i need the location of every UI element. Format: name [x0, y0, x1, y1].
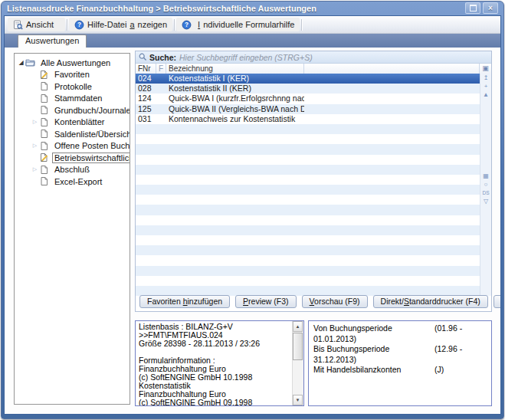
label-post: inzufügen	[188, 297, 223, 306]
expander-collapsed-icon[interactable]: ▷	[31, 143, 39, 149]
action-button-vorschau-f9[interactable]: Vorschau (F9)	[302, 295, 368, 308]
table-empty-row[interactable]	[136, 266, 480, 276]
cell-bezeichnung	[166, 235, 304, 245]
close-button[interactable]: ×	[483, 2, 498, 14]
table-body: 024Kostenstatistik I (KER)028Kostenstati…	[136, 74, 480, 296]
tree-item-favoriten[interactable]: Favoriten	[15, 69, 130, 81]
expander-collapsed-icon[interactable]: ▷	[31, 119, 39, 125]
cell-bezeichnung: Quick-BWA I (kurzfr.Erfolgsrchnng nach D…	[166, 94, 304, 103]
tree-item-betriebswirtschaftliche-auswertungen[interactable]: Betriebswirtschaftliche Auswertungen	[15, 152, 130, 164]
tree-panel: ◢Alle AuswertungenFavoritenProtokolleSta…	[14, 53, 130, 405]
column-header-bezeichnung[interactable]: Bezeichnung	[166, 64, 304, 74]
table-row[interactable]: 124Quick-BWA I (kurzfr.Erfolgsrchnng nac…	[136, 94, 480, 103]
cell-bezeichnung	[166, 195, 304, 205]
filter-icon[interactable]: ▽	[481, 197, 491, 205]
dataset-icon[interactable]: DS	[481, 189, 491, 197]
restore-button[interactable]	[465, 2, 480, 14]
table-empty-row[interactable]	[136, 124, 480, 134]
column-header-fnr[interactable]: FNr	[136, 64, 156, 74]
action-button-auswertung-drucken[interactable]: Auswertung drucken	[494, 295, 501, 308]
table-header: FNr F Bezeichnung ▣	[136, 64, 491, 74]
tree-item-abschlu[interactable]: ▷Abschluß	[15, 164, 130, 176]
cell-fnr	[136, 266, 156, 276]
doc-icon	[39, 141, 49, 151]
action-button-direkt-standarddrucker-f4[interactable]: Direkt/Standarddrucker (F4)	[373, 295, 488, 308]
info-line: (c) SoftENGINE GmbH 09.1998	[139, 399, 300, 406]
search-label: Suche:	[149, 53, 176, 62]
tree-item-protokolle[interactable]: Protokolle	[15, 80, 130, 93]
action-button-preview-f3[interactable]: Preview (F3)	[235, 295, 297, 308]
doc-edit-icon	[39, 153, 49, 162]
table-empty-row[interactable]	[136, 155, 480, 165]
tree-item-grundbuch-journale[interactable]: Grundbuch/Journale	[15, 104, 130, 116]
tree-item-stammdaten[interactable]: Stammdaten	[15, 93, 130, 105]
cell-bezeichnung	[166, 124, 304, 134]
cell-fnr	[136, 134, 156, 144]
doc-icon	[39, 129, 49, 139]
table-empty-row[interactable]	[136, 215, 480, 225]
table-row[interactable]: 024Kostenstatistik I (KER)	[136, 74, 480, 84]
toolbar-button-ansicht[interactable]: Ansicht	[8, 18, 65, 31]
scrollbar-down-button[interactable]: ▼	[293, 395, 303, 405]
cell-filler	[304, 276, 480, 286]
table-empty-row[interactable]	[136, 245, 480, 255]
table-empty-row[interactable]	[136, 205, 480, 215]
info-scrollbar[interactable]: ▲ ▼	[292, 321, 303, 405]
scroll-up-icon[interactable]: ▲	[481, 90, 491, 99]
search-input[interactable]: Suche: Hier Suchbegriff eingeben (STRG+S…	[136, 51, 491, 64]
table-empty-row[interactable]	[136, 175, 480, 185]
cell-filler	[304, 266, 480, 276]
scrollbar-thumb[interactable]	[293, 333, 303, 360]
cell-f	[156, 276, 166, 286]
tree-item-excel-export[interactable]: Excel-Export	[15, 176, 130, 188]
expander-collapsed-icon[interactable]: ▷	[31, 166, 39, 172]
table-empty-row[interactable]	[136, 276, 480, 286]
cell-bezeichnung	[166, 144, 304, 154]
cell-bezeichnung	[166, 165, 304, 175]
auswertungen-list-panel: Suche: Hier Suchbegriff eingeben (STRG+S…	[135, 51, 492, 312]
column-header-f[interactable]: F	[156, 64, 166, 74]
table-empty-row[interactable]	[136, 144, 480, 154]
table-row[interactable]: 031Kontennachweis zur Kostenstatistik	[136, 114, 480, 124]
search-icon	[139, 53, 147, 61]
table-empty-row[interactable]	[136, 195, 480, 205]
toolbar-button-individuelle-formularhilfe[interactable]: ?Individuelle Formularhilfe	[176, 18, 300, 31]
doc-icon	[39, 176, 49, 186]
scrollbar-up-button[interactable]: ▲	[293, 321, 303, 332]
add-record-icon[interactable]: +	[481, 82, 491, 90]
scroll-first-icon[interactable]: ↥	[481, 74, 491, 82]
cell-f	[156, 165, 166, 175]
header-folder-icon[interactable]: ▣	[480, 64, 491, 74]
cell-fnr: 024	[136, 74, 156, 84]
columns-icon[interactable]: ▦	[481, 172, 491, 180]
table-empty-row[interactable]	[136, 255, 480, 265]
table-row[interactable]: 028Kostenstatistik II (KER)	[136, 84, 480, 94]
label-post: orschau (F9)	[314, 297, 360, 306]
table-empty-row[interactable]	[136, 225, 480, 235]
tab-auswertungen[interactable]: Auswertungen	[18, 34, 87, 48]
table-empty-row[interactable]	[136, 165, 480, 175]
cell-fnr: 124	[136, 94, 156, 103]
tree-item-alle-auswertungen[interactable]: ◢Alle Auswertungen	[15, 57, 130, 69]
tree-item-offene-posten-buchhaltung[interactable]: ▷Offene Posten Buchhaltung	[15, 140, 130, 153]
svg-text:?: ?	[77, 21, 81, 28]
tree-item-kontenbl-tter[interactable]: ▷Kontenblätter	[15, 116, 130, 129]
table-empty-row[interactable]	[136, 235, 480, 245]
cell-f	[156, 245, 166, 255]
cell-f	[156, 255, 166, 265]
cell-bezeichnung	[166, 134, 304, 144]
cell-f	[156, 195, 166, 205]
table-empty-row[interactable]	[136, 185, 480, 195]
expander-expanded-icon[interactable]: ◢	[17, 59, 25, 66]
table-row[interactable]: 125Quick-BWA II (Vergleichs-BWA nach Dat…	[136, 104, 480, 114]
action-button-favoriten-hinzufuegen[interactable]: Favoriten hinzufügen	[139, 295, 230, 308]
cell-fnr	[136, 215, 156, 225]
search-icon[interactable]: ○	[481, 180, 491, 189]
tree-item-saldenliste-bersicht[interactable]: Saldenliste/Übersicht	[15, 128, 130, 140]
toolbar-button-hilfe-datei-anzeigen[interactable]: ?Hilfe-Datei anzeigen	[69, 18, 172, 31]
cell-filler	[304, 155, 480, 165]
cell-fnr	[136, 245, 156, 255]
table-empty-row[interactable]	[136, 134, 480, 144]
label-pre: Direkt/	[381, 297, 404, 306]
cell-fnr: 031	[136, 114, 156, 124]
